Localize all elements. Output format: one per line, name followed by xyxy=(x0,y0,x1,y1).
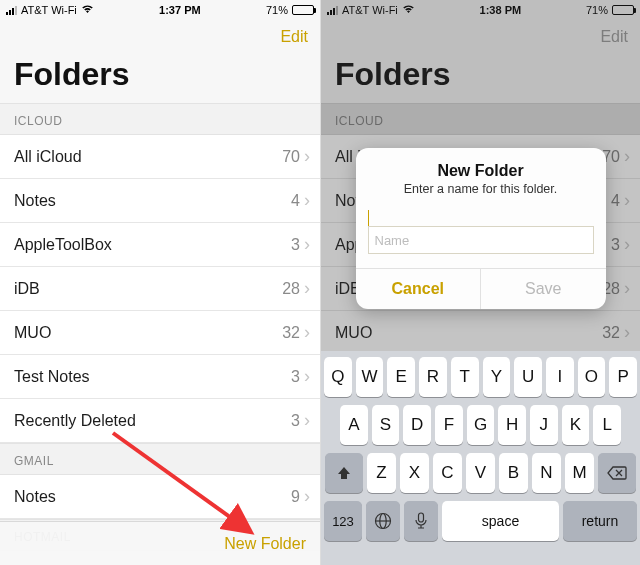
battery-percent: 71% xyxy=(266,4,288,16)
cancel-button[interactable]: Cancel xyxy=(356,269,482,309)
keyboard-key[interactable]: R xyxy=(419,357,447,397)
folder-row[interactable]: All iCloud70› xyxy=(0,135,320,179)
mic-icon[interactable] xyxy=(404,501,438,541)
keyboard-key[interactable]: U xyxy=(514,357,542,397)
keyboard-key[interactable]: N xyxy=(532,453,561,493)
chevron-right-icon: › xyxy=(304,366,310,387)
shift-icon[interactable] xyxy=(325,453,363,493)
keyboard-key[interactable]: F xyxy=(435,405,463,445)
keyboard-key[interactable]: Z xyxy=(367,453,396,493)
keyboard-key[interactable]: G xyxy=(467,405,495,445)
keyboard-key[interactable]: Q xyxy=(324,357,352,397)
folder-row[interactable]: Recently Deleted3› xyxy=(0,399,320,443)
keyboard-key[interactable]: O xyxy=(578,357,606,397)
clock: 1:37 PM xyxy=(159,4,201,16)
keyboard-key[interactable]: T xyxy=(451,357,479,397)
keyboard-key[interactable]: J xyxy=(530,405,558,445)
signal-icon xyxy=(6,6,17,15)
page-title: Folders xyxy=(0,54,320,103)
keyboard-key[interactable]: W xyxy=(356,357,384,397)
keyboard-key[interactable]: E xyxy=(387,357,415,397)
save-button[interactable]: Save xyxy=(481,269,606,309)
section-header-icloud: ICLOUD xyxy=(0,103,320,135)
bottom-toolbar: New Folder xyxy=(0,521,320,565)
ios-keyboard: QWERTYUIOP ASDFGHJKL ZXCVBNM 123 space r… xyxy=(321,351,640,565)
chevron-right-icon: › xyxy=(304,146,310,167)
keyboard-key[interactable]: V xyxy=(466,453,495,493)
keyboard-key[interactable]: K xyxy=(562,405,590,445)
keyboard-key[interactable]: L xyxy=(593,405,621,445)
folder-name-input[interactable] xyxy=(368,226,594,254)
keyboard-key[interactable]: Y xyxy=(483,357,511,397)
folder-row[interactable]: Test Notes3› xyxy=(0,355,320,399)
svg-rect-4 xyxy=(419,513,424,522)
folder-row[interactable]: Notes4› xyxy=(0,179,320,223)
chevron-right-icon: › xyxy=(304,278,310,299)
keyboard-return-key[interactable]: return xyxy=(563,501,637,541)
alert-title: New Folder xyxy=(356,148,606,182)
chevron-right-icon: › xyxy=(304,322,310,343)
chevron-right-icon: › xyxy=(304,234,310,255)
keyboard-key[interactable]: M xyxy=(565,453,594,493)
nav-bar: Edit xyxy=(0,20,320,54)
keyboard-key[interactable]: D xyxy=(403,405,431,445)
status-bar: AT&T Wi-Fi 1:37 PM 71% xyxy=(0,0,320,20)
new-folder-button[interactable]: New Folder xyxy=(224,535,306,553)
section-header-gmail: GMAIL xyxy=(0,443,320,475)
chevron-right-icon: › xyxy=(304,410,310,431)
folder-row[interactable]: Notes9› xyxy=(0,475,320,519)
keyboard-numbers-key[interactable]: 123 xyxy=(324,501,362,541)
keyboard-key[interactable]: P xyxy=(609,357,637,397)
keyboard-key[interactable]: A xyxy=(340,405,368,445)
keyboard-space-key[interactable]: space xyxy=(442,501,559,541)
screenshot-right: AT&T Wi-Fi 1:38 PM 71% Edit Folders ICLO… xyxy=(320,0,640,565)
keyboard-key[interactable]: X xyxy=(400,453,429,493)
keyboard-key[interactable]: B xyxy=(499,453,528,493)
keyboard-key[interactable]: I xyxy=(546,357,574,397)
backspace-icon[interactable] xyxy=(598,453,636,493)
new-folder-alert: New Folder Enter a name for this folder.… xyxy=(356,148,606,309)
keyboard-key[interactable]: C xyxy=(433,453,462,493)
keyboard-key[interactable]: H xyxy=(498,405,526,445)
globe-icon[interactable] xyxy=(366,501,400,541)
screenshot-left: AT&T Wi-Fi 1:37 PM 71% Edit Folders ICLO… xyxy=(0,0,320,565)
keyboard-key[interactable]: S xyxy=(372,405,400,445)
alert-message: Enter a name for this folder. xyxy=(356,182,606,208)
folder-row[interactable]: MUO32› xyxy=(0,311,320,355)
carrier-label: AT&T Wi-Fi xyxy=(21,4,77,16)
wifi-icon xyxy=(81,3,94,17)
chevron-right-icon: › xyxy=(304,486,310,507)
folder-row[interactable]: AppleToolBox3› xyxy=(0,223,320,267)
edit-button[interactable]: Edit xyxy=(280,28,308,46)
folder-row[interactable]: iDB28› xyxy=(0,267,320,311)
battery-icon xyxy=(292,5,314,15)
chevron-right-icon: › xyxy=(304,190,310,211)
